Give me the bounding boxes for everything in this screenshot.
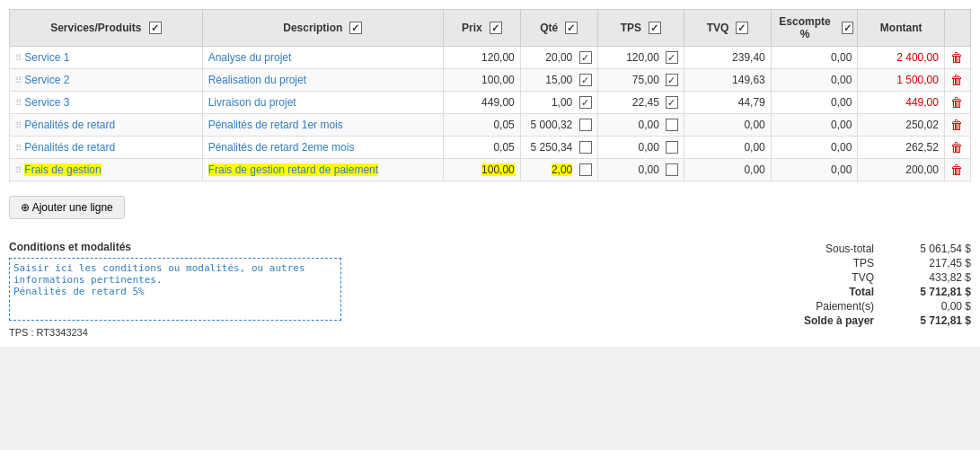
- prix-cell[interactable]: 449,00: [443, 92, 520, 114]
- description-cell[interactable]: Analyse du projet: [202, 47, 443, 69]
- service-name: Service 3: [24, 96, 69, 109]
- table-row: ⠿ Service 3 Livraison du projet 449,00 1…: [10, 92, 971, 114]
- service-cell[interactable]: ⠿ Service 2: [10, 69, 203, 92]
- tvq-row-checkbox[interactable]: [666, 51, 678, 64]
- escompte-cell[interactable]: 0,00: [771, 92, 858, 114]
- escompte-cell[interactable]: 0,00: [771, 137, 858, 159]
- action-cell[interactable]: 🗑: [944, 137, 970, 159]
- tps-cell: 120,00: [597, 47, 684, 69]
- th-escompte-checkbox[interactable]: [842, 22, 853, 34]
- sous-total-row: Sous-total 5 061,54 $: [702, 243, 971, 255]
- montant-value: 2 400,00: [896, 51, 939, 64]
- tps-total-value: 217,45 $: [881, 257, 971, 269]
- paiements-value: 0,00 $: [881, 300, 971, 313]
- prix-cell[interactable]: 100,00: [443, 159, 520, 181]
- tps-row-checkbox[interactable]: [579, 141, 592, 154]
- description-cell[interactable]: Pénalités de retard 2eme mois: [202, 137, 443, 159]
- service-cell[interactable]: ⠿ Frais de gestion: [10, 159, 203, 181]
- tps-value: 0,00: [639, 141, 659, 154]
- tps-value: 0,00: [639, 163, 659, 176]
- qte-cell[interactable]: 20,00: [520, 47, 597, 69]
- drag-handle: ⠿: [15, 120, 22, 130]
- service-cell[interactable]: ⠿ Service 1: [10, 47, 203, 69]
- tps-row-checkbox[interactable]: [579, 163, 592, 176]
- description-cell[interactable]: Livraison du projet: [202, 92, 443, 114]
- service-name: Pénalités de retard: [24, 141, 115, 154]
- service-cell[interactable]: ⠿ Pénalités de retard: [10, 114, 203, 137]
- conditions-textarea[interactable]: [9, 258, 341, 321]
- escompte-cell[interactable]: 0,00: [771, 69, 858, 92]
- action-cell[interactable]: 🗑: [944, 159, 970, 181]
- tvq-row-checkbox[interactable]: [666, 74, 678, 86]
- th-tvq-checkbox[interactable]: [736, 22, 748, 34]
- drag-handle: ⠿: [15, 75, 22, 85]
- action-cell[interactable]: 🗑: [944, 92, 970, 114]
- qte-cell[interactable]: 1,00: [520, 92, 597, 114]
- paiements-label: Paiement(s): [773, 300, 881, 313]
- th-tps-checkbox[interactable]: [649, 22, 661, 34]
- tvq-cell: 0,00: [684, 114, 772, 137]
- description-cell[interactable]: Pénalités de retard 1er mois: [202, 114, 443, 137]
- prix-cell[interactable]: 120,00: [443, 47, 520, 69]
- qte-cell[interactable]: 5 000,32: [520, 114, 597, 137]
- description-cell[interactable]: Frais de gestion retard de paiement: [202, 159, 443, 181]
- add-line-button[interactable]: ⊕ Ajouter une ligne: [9, 196, 125, 219]
- escompte-value: 0,00: [831, 74, 852, 86]
- delete-icon[interactable]: 🗑: [950, 118, 963, 132]
- service-cell[interactable]: ⠿ Service 3: [10, 92, 203, 114]
- conditions-title: Conditions et modalités: [9, 241, 368, 253]
- tps-cell: 75,00: [597, 69, 684, 92]
- qte-cell[interactable]: 5 250,34: [520, 137, 597, 159]
- action-cell[interactable]: 🗑: [944, 47, 970, 69]
- service-cell[interactable]: ⠿ Pénalités de retard: [10, 137, 203, 159]
- escompte-value: 0,00: [831, 51, 852, 64]
- qte-cell[interactable]: 2,00: [520, 159, 597, 181]
- qte-value: 1,00: [552, 96, 572, 109]
- th-service-checkbox[interactable]: [149, 22, 162, 34]
- prix-cell[interactable]: 0,05: [443, 137, 520, 159]
- montant-value: 449,00: [905, 96, 939, 109]
- tvq-row-checkbox[interactable]: [666, 141, 678, 154]
- prix-cell[interactable]: 0,05: [443, 114, 520, 137]
- service-name: Pénalités de retard: [24, 119, 115, 131]
- drag-handle: ⠿: [15, 53, 22, 63]
- delete-icon[interactable]: 🗑: [950, 50, 963, 65]
- delete-icon[interactable]: 🗑: [950, 163, 963, 177]
- escompte-cell[interactable]: 0,00: [771, 47, 858, 69]
- tvq-total-row: TVQ 433,82 $: [702, 271, 971, 284]
- description-cell[interactable]: Réalisation du projet: [202, 69, 443, 92]
- tps-row-checkbox[interactable]: [579, 74, 592, 86]
- th-qte-checkbox[interactable]: [565, 22, 578, 34]
- prix-cell[interactable]: 100,00: [443, 69, 520, 92]
- th-prix-checkbox[interactable]: [490, 22, 502, 34]
- service-name: Frais de gestion: [24, 163, 101, 176]
- escompte-cell[interactable]: 0,00: [771, 114, 858, 137]
- tvq-row-checkbox[interactable]: [666, 96, 678, 109]
- tps-row-checkbox[interactable]: [579, 119, 592, 131]
- tps-row-checkbox[interactable]: [579, 51, 592, 64]
- tps-value: 22,45: [632, 96, 659, 109]
- qte-value: 15,00: [545, 74, 572, 86]
- th-description-checkbox[interactable]: [349, 22, 362, 34]
- table-row: ⠿ Frais de gestion Frais de gestion reta…: [10, 159, 971, 181]
- bottom-section: Conditions et modalités TPS : RT3343234 …: [9, 241, 971, 338]
- qte-cell[interactable]: 15,00: [520, 69, 597, 92]
- tvq-cell: 239,40: [684, 47, 772, 69]
- tvq-row-checkbox[interactable]: [666, 119, 678, 131]
- escompte-cell[interactable]: 0,00: [771, 159, 858, 181]
- escompte-value: 0,00: [831, 141, 852, 154]
- delete-icon[interactable]: 🗑: [950, 140, 963, 154]
- tvq-row-checkbox[interactable]: [666, 163, 678, 176]
- th-tps-label: TPS: [621, 22, 641, 34]
- description-text: Pénalités de retard 2eme mois: [208, 141, 355, 154]
- tps-row-checkbox[interactable]: [579, 96, 592, 109]
- action-cell[interactable]: 🗑: [944, 69, 970, 92]
- qte-value: 20,00: [545, 51, 572, 64]
- escompte-value: 0,00: [831, 163, 852, 176]
- delete-icon[interactable]: 🗑: [950, 73, 963, 87]
- delete-icon[interactable]: 🗑: [950, 95, 963, 110]
- tps-value: 0,00: [639, 119, 659, 131]
- action-cell[interactable]: 🗑: [944, 114, 970, 137]
- conditions-box: Conditions et modalités TPS : RT3343234: [9, 241, 368, 338]
- table-row: ⠿ Service 1 Analyse du projet 120,00 20,…: [10, 47, 971, 69]
